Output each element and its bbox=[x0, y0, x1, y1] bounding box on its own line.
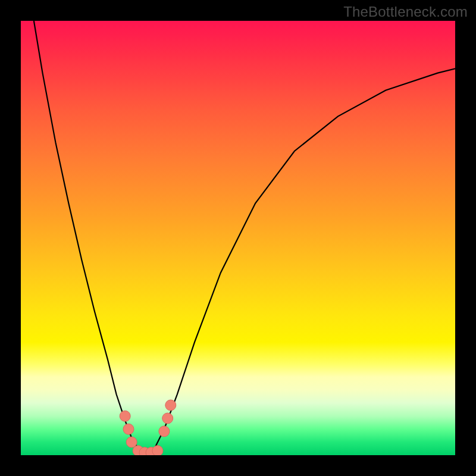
chart-frame: TheBottleneck.com bbox=[0, 0, 476, 476]
bottleneck-curve bbox=[34, 21, 455, 454]
marker-cluster-right bbox=[159, 426, 170, 437]
marker-cluster-left bbox=[120, 411, 130, 421]
plot-area bbox=[21, 21, 455, 455]
watermark-text: TheBottleneck.com bbox=[343, 4, 468, 20]
marker-cluster-left bbox=[123, 424, 134, 434]
marker-cluster-right bbox=[165, 400, 176, 411]
marker-cluster-right bbox=[162, 413, 173, 424]
marker-cluster-bottom bbox=[152, 446, 163, 455]
chart-svg bbox=[21, 21, 455, 455]
marker-group bbox=[120, 400, 176, 455]
